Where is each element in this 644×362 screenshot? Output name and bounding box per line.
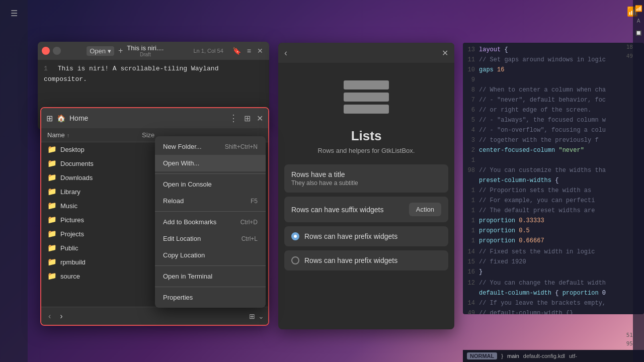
left-sidebar: ☰	[0, 0, 28, 362]
code-line-14: 1 // Proportion sets the width as	[465, 186, 642, 196]
editor-open-label: Open	[90, 47, 106, 55]
right-icon-3: 🔲	[634, 28, 643, 37]
fm-grid-view-button[interactable]: ⊞	[249, 312, 255, 320]
folder-icon-2: 📁	[47, 173, 56, 182]
code-content-0: layout {	[479, 45, 508, 54]
lists-radio-checked[interactable]	[291, 232, 299, 240]
ctx-shortcut-0: Shift+Ctrl+N	[225, 143, 258, 150]
code-line-3: 9	[465, 75, 642, 85]
filemanager-titlebar: ⊞ 🏠 Home ⋮ ⊞ ✕	[41, 108, 268, 128]
code-content-28: // default-column-width {}	[479, 309, 573, 314]
code-linenum-17: 1	[465, 216, 479, 225]
folder-icon-9: 📁	[47, 272, 56, 281]
fm-menu-button[interactable]: ⋮	[229, 113, 238, 124]
fm-back-button[interactable]: ‹	[45, 311, 54, 322]
folder-icon-0: 📁	[47, 145, 56, 154]
code-linenum-1: 11	[465, 55, 479, 64]
code-linenum-10: 2	[465, 146, 479, 155]
status-prompt: }	[501, 353, 503, 359]
context-menu: New Folder... Shift+Ctrl+N Open With... …	[155, 136, 266, 308]
lists-icon-svg	[341, 78, 391, 118]
code-line-16: 1 // The default preset widths are	[465, 206, 642, 216]
ctx-separator-6	[155, 265, 266, 266]
editor-content: 1 This is niri! A scrollable-tiling Wayl…	[38, 60, 269, 89]
right-line-numbers: 18 49	[626, 43, 633, 61]
code-linenum-8: 4	[465, 126, 479, 135]
ctx-shortcut-3: F5	[251, 198, 258, 205]
editor-tab: This is niri.... Draft	[127, 44, 164, 57]
fm-chevron-button[interactable]: ⌄	[258, 312, 264, 320]
lists-back-button[interactable]: ‹	[284, 48, 287, 58]
ctx-label-2: Open in Console	[163, 180, 212, 188]
editor-title-area: Open ▾ + This is niri.... Draft	[64, 44, 187, 57]
ctx-item-1[interactable]: Open With...	[155, 155, 266, 171]
code-line-10: 2 center-focused-column "never"	[465, 145, 642, 155]
code-linenum-23: 16	[465, 267, 479, 277]
code-line-18: 1 proportion 0.5	[465, 226, 642, 236]
code-line-5: 7 // - "never", default behavior, foc	[465, 95, 642, 105]
ctx-item-7[interactable]: Open in Terminal	[155, 268, 266, 285]
editor-new-tab-icon[interactable]: +	[118, 46, 123, 55]
code-line-8: 4 // - "on-overflow", focusing a colu	[465, 125, 642, 135]
code-line-4: 8 // When to center a column when cha	[465, 85, 642, 95]
code-linenum-18: 1	[465, 226, 479, 235]
editor-menu-icon[interactable]: ≡	[245, 46, 253, 56]
ctx-item-6[interactable]: Copy Location	[155, 247, 266, 263]
lists-radio-empty[interactable]	[291, 256, 299, 264]
code-content-8: // - "on-overflow", focusing a colu	[479, 126, 606, 135]
scroll-indicator: 51 95	[626, 332, 633, 347]
ctx-item-4[interactable]: Add to Bookmarks Ctrl+D	[155, 214, 266, 230]
svg-rect-2	[344, 105, 389, 114]
svg-rect-0	[344, 80, 389, 89]
editor-open-button[interactable]: Open ▾	[87, 46, 114, 56]
code-linenum-9: 3	[465, 136, 479, 145]
lists-action-button[interactable]: Action	[409, 203, 441, 216]
editor-titlebar: Open ▾ + This is niri.... Draft Ln 1, Co…	[38, 42, 269, 60]
editor-minimize-button[interactable]	[53, 47, 61, 55]
fm-forward-button[interactable]: ›	[57, 311, 65, 322]
lists-subtitle: Rows and helpers for GtkListBox.	[278, 147, 454, 154]
ctx-item-0[interactable]: New Folder... Shift+Ctrl+N	[155, 138, 266, 155]
code-line-13: preset-column-widths {	[465, 175, 642, 186]
code-linenum-4: 8	[465, 85, 479, 95]
lists-close-button[interactable]: ✕	[442, 48, 448, 58]
folder-icon-8: 📁	[47, 257, 56, 266]
editor-mode: NORMAL	[467, 352, 497, 359]
fm-close-button[interactable]: ✕	[257, 114, 263, 123]
code-content-21: // Fixed sets the width in logic	[479, 247, 595, 256]
editor-tab-subtitle: Draft	[140, 52, 151, 57]
code-linenum-6: 6	[465, 106, 479, 115]
sidebar-icon-1[interactable]: ☰	[5, 4, 23, 22]
code-content-5: // - "never", default behavior, foc	[479, 96, 606, 105]
code-line-17: 1 proportion 0.33333	[465, 216, 642, 226]
code-content-22: // fixed 1920	[479, 257, 526, 266]
fm-title: Home	[69, 114, 88, 122]
editor-toolbar: 🔖 ≡ ✕	[230, 46, 265, 56]
fm-new-tab-button[interactable]: ⊞	[244, 114, 251, 123]
code-line-0: 13 layout {	[465, 45, 642, 55]
ctx-label-0: New Folder...	[163, 143, 202, 150]
right-sidebar: 📶 A 🔲	[633, 0, 644, 362]
code-line-23: 16 }	[465, 267, 642, 277]
ctx-item-8[interactable]: Properties	[155, 289, 266, 306]
right-wifi-icon: 📶	[634, 4, 643, 13]
editor-close-icon[interactable]: ✕	[255, 46, 265, 56]
ctx-item-2[interactable]: Open in Console	[155, 176, 266, 193]
code-statusbar: NORMAL } main default-config.kdl utf-	[463, 350, 644, 362]
editor-tab-title: This is niri....	[127, 44, 164, 52]
code-line-26: default-column-width { proportion 0	[465, 288, 642, 298]
editor-close-button[interactable]	[42, 47, 50, 55]
ctx-label-3: Reload	[163, 197, 184, 205]
editor-bookmark-icon[interactable]: 🔖	[230, 46, 243, 56]
ctx-label-8: Properties	[163, 294, 193, 301]
folder-icon-6: 📁	[47, 229, 56, 238]
ctx-item-5[interactable]: Edit Location Ctrl+L	[155, 230, 266, 247]
code-line-11: 1	[465, 155, 642, 165]
lists-row-4-title: Rows can have prefix widgets	[304, 256, 397, 264]
ctx-label-1: Open With...	[163, 159, 199, 167]
ctx-item-3[interactable]: Reload F5	[155, 193, 266, 209]
lists-row-3: Rows can have prefix widgets	[284, 226, 448, 246]
ctx-label-7: Open in Terminal	[163, 273, 212, 280]
fm-sidebar-button[interactable]: ⊞	[46, 114, 53, 123]
lists-title: Lists	[278, 128, 454, 144]
